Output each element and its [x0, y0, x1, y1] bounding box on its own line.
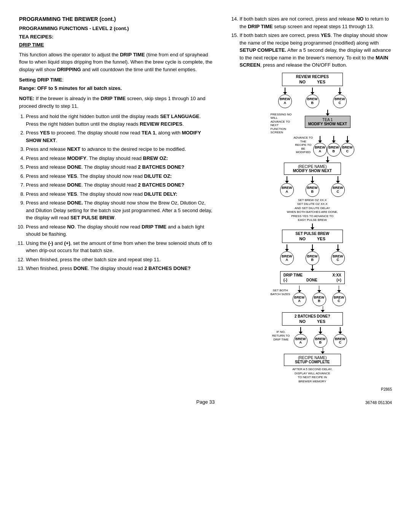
recipe-name-box-2: (RECIPE NAME) SETUP COMPLETE — [284, 354, 341, 366]
circle-brew-b-3: BREWB — [306, 183, 319, 197]
circle-brew-a-5: BREWA — [293, 292, 306, 306]
brew-b-col-1: BREWB — [306, 88, 319, 108]
batches-done-label: 2 BATCHES DONE? — [285, 314, 339, 318]
circles-row-2-wrapper: ADVANCE TO THERECIPE TO BEMODIFIED BREWA… — [271, 136, 354, 157]
page-container: PROGRAMMING THE BREWER (cont.) PROGRAMMI… — [19, 15, 392, 391]
brew-b-col-2: BREWB — [327, 136, 341, 157]
footer: Page 33 36748 051304 — [19, 399, 392, 405]
right-column: If both batch sizes are not correct, pre… — [229, 15, 392, 391]
step-1: Press and hold the right hidden button u… — [26, 113, 214, 128]
drip-done: DONE — [306, 278, 317, 282]
brew-c-col-2: BREWC — [341, 136, 354, 157]
circles-row-6-wrapper: IF NO, RETURN TODRIP TIME BREWA BREWB — [271, 327, 354, 348]
brew-c-col-5: BREWC — [332, 286, 346, 306]
brew-b-col-3: BREWB — [306, 176, 319, 197]
brew-a-col-4: BREWA — [280, 244, 294, 265]
arrow-4 — [323, 306, 323, 310]
circle-brew-b-5: BREWB — [312, 292, 326, 306]
setting-range: Range: OFF to 5 minutes for all batch si… — [19, 85, 214, 92]
page-number: Page 33 — [196, 399, 215, 405]
brew-b-col-5: BREWB — [312, 286, 326, 306]
drip-time-box: DRIP TIME X:XX (-) DONE (+) — [280, 271, 345, 284]
recipe-name-box-1: (RECIPE NAME) MODIFY SHOW NEXT — [284, 163, 341, 175]
circle-brew-c-6: BREWC — [333, 334, 347, 348]
pulse-yes: YES — [317, 236, 325, 241]
step-9: Press and release DONE. The display shou… — [26, 199, 214, 222]
review-recipes-box: REVIEW RECIPES NO YES — [282, 73, 343, 86]
circles-row-2: ADVANCE TO THERECIPE TO BEMODIFIED BREWA… — [293, 136, 354, 157]
review-recipes-label: REVIEW RECIPES — [285, 75, 339, 79]
modify-show-next-2: MODIFY SHOW NEXT — [287, 169, 338, 173]
circle-brew-b-1: BREWB — [306, 94, 319, 108]
circle-brew-a-4: BREWA — [280, 251, 294, 265]
drip-time-title: DRIP TIME — [19, 41, 214, 49]
circles-row-3: BREWA BREWB BREWC — [280, 176, 345, 197]
tea1-box: TEA 1 MODIFY SHOW NEXT — [305, 116, 350, 128]
if-no-note: IF NO, RETURN TODRIP TIME — [271, 330, 292, 341]
p2865-label: P2865 — [233, 387, 392, 391]
step-3: Press and release NEXT to advance to the… — [26, 145, 214, 153]
circles-row-6: BREWA BREWB BREWC — [294, 327, 347, 348]
step-10: Press and release NO. The display should… — [26, 223, 214, 238]
step-4: Press and release MODIFY. The display sh… — [26, 155, 214, 162]
brew-c-col-1: BREWC — [333, 88, 347, 108]
tea-recipes-title: TEA RECIPES: — [19, 33, 214, 41]
circle-brew-c-2: BREWC — [341, 143, 354, 157]
batches-no-yes: NO YES — [285, 319, 339, 324]
brew-b-col-6: BREWB — [314, 327, 327, 348]
circle-brew-b-2: BREWB — [327, 143, 341, 157]
circle-brew-a-6: BREWA — [294, 334, 307, 348]
brew-a-col-6: BREWA — [294, 327, 307, 348]
circles-row-1: BREWA BREWB BREWC — [278, 88, 347, 108]
setup-complete-label: SETUP COMPLETE — [287, 360, 338, 364]
sub-title: PROGRAMMING FUNCTIONS - LEVEL 2 (cont.) — [19, 25, 214, 32]
step-7: Press and release DONE. The display shou… — [26, 181, 214, 189]
review-yes: YES — [317, 80, 325, 84]
brew-a-col-1: BREWA — [278, 88, 292, 108]
circle-brew-a-1: BREWA — [278, 94, 292, 108]
modify-show-next-1: MODIFY SHOW NEXT — [308, 122, 347, 126]
circle-brew-c-3: BREWC — [331, 183, 345, 197]
doc-number: 36748 051304 — [365, 400, 392, 405]
circles-row-5: BREWA BREWB BREWC — [293, 286, 346, 306]
step-12: When finished, press the other batch siz… — [26, 256, 214, 264]
drip-time-row: DRIP TIME X:XX — [284, 273, 341, 277]
set-both-note: SET BOTHBATCH SIZES — [271, 289, 290, 296]
circle-brew-a-2: BREWA — [313, 143, 327, 157]
circles-row-5-wrapper: SET BOTHBATCH SIZES BREWA BREWB — [271, 286, 354, 306]
brew-a-col-2: BREWA — [313, 136, 327, 157]
drip-time-value: X:XX — [332, 273, 341, 277]
intro-text: This function allows the operator to adj… — [19, 51, 214, 73]
circle-brew-a-3: BREWA — [280, 183, 294, 197]
circle-brew-b-6: BREWB — [314, 334, 327, 348]
circles-row-4: BREWA BREWB BREWC — [280, 244, 345, 265]
batches-yes: YES — [317, 319, 325, 324]
steps-14-15: If both batch sizes are not correct, pre… — [233, 15, 392, 69]
after-5sec-note: AFTER A 5 SECOND DELAY,DISPLAY WILL ADVA… — [292, 367, 332, 383]
brew-c-col-6: BREWC — [333, 327, 347, 348]
brew-oz-note: SET BREW OZ XX.XSET DILUTE OZ XX.XAND SE… — [287, 198, 338, 222]
batches-done-box: 2 BATCHES DONE? NO YES — [282, 312, 343, 326]
drip-time-label: DRIP TIME — [284, 273, 303, 277]
left-column: PROGRAMMING THE BREWER (cont.) PROGRAMMI… — [19, 15, 218, 391]
circle-brew-b-4: BREWB — [306, 251, 319, 265]
set-pulse-brew-box: SET PULSE BREW NO YES — [282, 230, 343, 243]
arrow-3 — [312, 265, 313, 269]
brew-c-col-3: BREWC — [331, 176, 345, 197]
circle-brew-c-5: BREWC — [332, 292, 346, 306]
circle-brew-c-1: BREWC — [333, 94, 347, 108]
brew-a-col-3: BREWA — [280, 176, 294, 197]
advance-recipe-note: ADVANCE TO THERECIPE TO BEMODIFIED — [293, 136, 313, 156]
drip-time-controls: (-) DONE (+) — [284, 278, 341, 282]
step-15: If both batch sizes are correct, press Y… — [240, 32, 392, 69]
tea1-section: TEA 1 MODIFY SHOW NEXT — [301, 110, 354, 128]
note-text: NOTE: If the brewer is already in the DR… — [19, 95, 214, 110]
tea1-label: TEA 1 — [308, 118, 347, 122]
main-title: PROGRAMMING THE BREWER (cont.) — [19, 15, 214, 23]
step-6: Press and release YES. The display shoul… — [26, 173, 214, 180]
review-no-yes: NO YES — [285, 80, 339, 84]
recipe-name-label-2: (RECIPE NAME) — [287, 356, 338, 360]
arrow-2 — [312, 224, 313, 227]
pulse-no-yes: NO YES — [285, 236, 339, 241]
drip-plus: (+) — [336, 278, 341, 282]
